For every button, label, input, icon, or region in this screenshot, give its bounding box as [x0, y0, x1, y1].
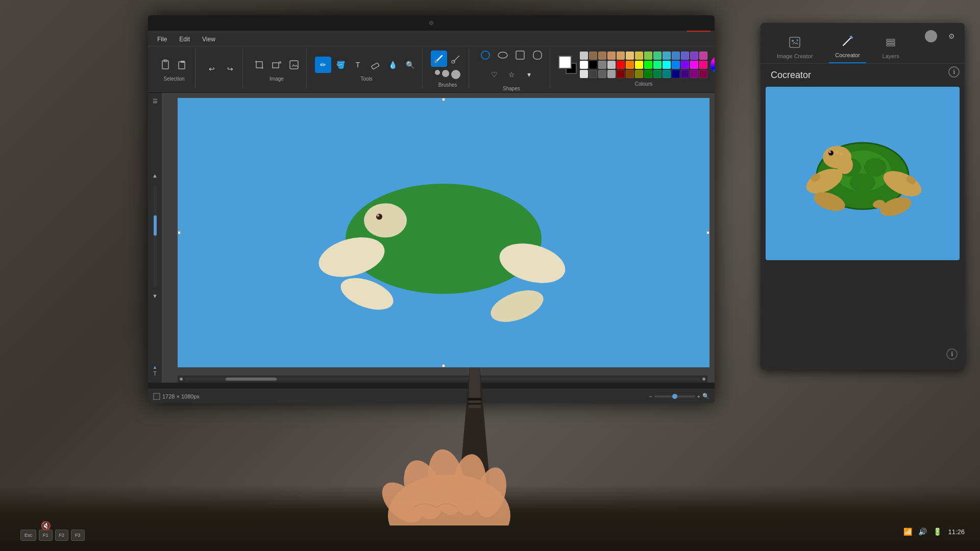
zoom-in-btn[interactable]: +: [697, 393, 700, 399]
color-swatch[interactable]: [617, 70, 625, 78]
color-swatch[interactable]: [653, 52, 662, 60]
star-shape[interactable]: ☆: [503, 66, 520, 83]
selection-label: Selection: [163, 76, 184, 82]
color-swatch[interactable]: [699, 52, 707, 60]
svg-rect-11: [516, 51, 524, 59]
color-swatch[interactable]: [672, 52, 680, 60]
color-swatch[interactable]: [681, 70, 689, 78]
pencil-button[interactable]: ✏: [315, 57, 331, 73]
color-swatch[interactable]: [589, 61, 597, 69]
oval-shape[interactable]: [495, 47, 511, 63]
tab-layers[interactable]: Layers: [876, 32, 905, 63]
color-swatch[interactable]: [635, 61, 643, 69]
svg-rect-5: [290, 61, 298, 69]
undo-button[interactable]: ↩: [204, 61, 220, 77]
color-swatch[interactable]: [635, 52, 643, 60]
panel-title: Cocreator: [761, 64, 965, 83]
color-picker-button[interactable]: [710, 56, 715, 74]
color-swatch[interactable]: [672, 70, 680, 78]
canvas-content[interactable]: [178, 98, 709, 367]
more-shapes[interactable]: ▾: [521, 66, 537, 83]
color-swatch[interactable]: [699, 61, 707, 69]
color-swatch[interactable]: [653, 70, 662, 78]
info-icon-top[interactable]: ℹ: [948, 66, 960, 78]
color-swatch[interactable]: [699, 70, 707, 78]
color-swatch[interactable]: [617, 52, 625, 60]
rounded-rect-shape[interactable]: [529, 47, 546, 63]
color-swatch[interactable]: [580, 52, 588, 60]
color-swatch[interactable]: [681, 52, 689, 60]
clipboard-button[interactable]: [157, 57, 174, 73]
panel-top-icons: ⚙: [923, 28, 960, 44]
brushes-label: Brushes: [438, 82, 457, 88]
brush-type-button[interactable]: [448, 51, 464, 67]
crop-button[interactable]: [251, 57, 267, 73]
tab-cocreator[interactable]: Cocreator: [829, 31, 866, 63]
color-swatch[interactable]: [681, 61, 689, 69]
color-swatch[interactable]: [598, 61, 606, 69]
eyedropper-button[interactable]: 💧: [384, 57, 401, 73]
hamburger-menu[interactable]: ☰: [149, 95, 161, 107]
eraser-button[interactable]: [367, 57, 383, 73]
settings-icon[interactable]: ⚙: [943, 28, 960, 44]
color-swatch[interactable]: [607, 52, 616, 60]
svg-point-45: [829, 151, 831, 153]
menu-edit[interactable]: Edit: [174, 34, 195, 45]
paste-button[interactable]: [175, 57, 191, 73]
color-swatch[interactable]: [626, 70, 634, 78]
color-swatch[interactable]: [644, 70, 652, 78]
color-swatch[interactable]: [589, 52, 597, 60]
color-swatch[interactable]: [607, 70, 616, 78]
scroll-up[interactable]: ▲: [149, 169, 161, 182]
color-swatch[interactable]: [589, 70, 597, 78]
svg-point-7: [434, 60, 437, 63]
color-swatch[interactable]: [580, 70, 588, 78]
brush-button[interactable]: [431, 51, 447, 67]
color-swatch[interactable]: [580, 61, 588, 69]
color-swatch[interactable]: [626, 61, 634, 69]
fill-button[interactable]: 🪣: [332, 57, 349, 73]
color-swatch[interactable]: [672, 61, 680, 69]
menu-view[interactable]: View: [197, 34, 220, 45]
heart-shape[interactable]: ♡: [486, 66, 502, 83]
user-avatar-icon[interactable]: [923, 28, 939, 44]
image-ai-button[interactable]: [286, 57, 302, 73]
color-swatch[interactable]: [635, 70, 643, 78]
color-swatch[interactable]: [663, 70, 671, 78]
image-creator-tab-label: Image Creator: [777, 53, 813, 59]
active-colors: [558, 56, 577, 74]
color-swatch[interactable]: [644, 61, 652, 69]
color-swatch[interactable]: [690, 61, 698, 69]
color-swatch[interactable]: [598, 70, 606, 78]
color-swatch[interactable]: [607, 61, 616, 69]
rect-shape[interactable]: [512, 47, 528, 63]
color-swatch[interactable]: [598, 52, 606, 60]
color-swatch[interactable]: [690, 52, 698, 60]
foreground-color[interactable]: [558, 56, 572, 69]
zoom-out-btn[interactable]: −: [649, 393, 652, 399]
color-swatch[interactable]: [653, 61, 662, 69]
paint-canvas[interactable]: [178, 98, 709, 367]
scroll-down[interactable]: ▼: [149, 290, 161, 302]
toolbar-colours-group: Colours: [554, 48, 715, 89]
canvas-scroll-area[interactable]: [162, 93, 715, 383]
svg-point-18: [364, 203, 407, 237]
circle-shape[interactable]: [477, 47, 494, 63]
toolbar-shapes-group: ♡ ☆ ▾ Shapes: [473, 48, 550, 89]
color-swatch[interactable]: [626, 52, 634, 60]
resize-button[interactable]: [268, 57, 285, 73]
redo-button[interactable]: ↪: [222, 61, 238, 77]
color-swatch[interactable]: [663, 61, 671, 69]
color-swatch[interactable]: [690, 70, 698, 78]
info-icon-bottom[interactable]: ℹ: [946, 348, 958, 360]
text-button[interactable]: T: [350, 57, 366, 73]
svg-point-20: [377, 214, 379, 217]
color-swatch[interactable]: [644, 52, 652, 60]
tab-image-creator[interactable]: Image Creator: [771, 32, 819, 63]
color-swatch[interactable]: [617, 61, 625, 69]
zoom-button[interactable]: 🔍: [402, 57, 418, 73]
toolbar: Selection ↩ ↪ Image: [148, 46, 715, 92]
menu-file[interactable]: File: [152, 34, 172, 45]
color-swatch[interactable]: [663, 52, 671, 60]
svg-point-43: [840, 153, 843, 156]
